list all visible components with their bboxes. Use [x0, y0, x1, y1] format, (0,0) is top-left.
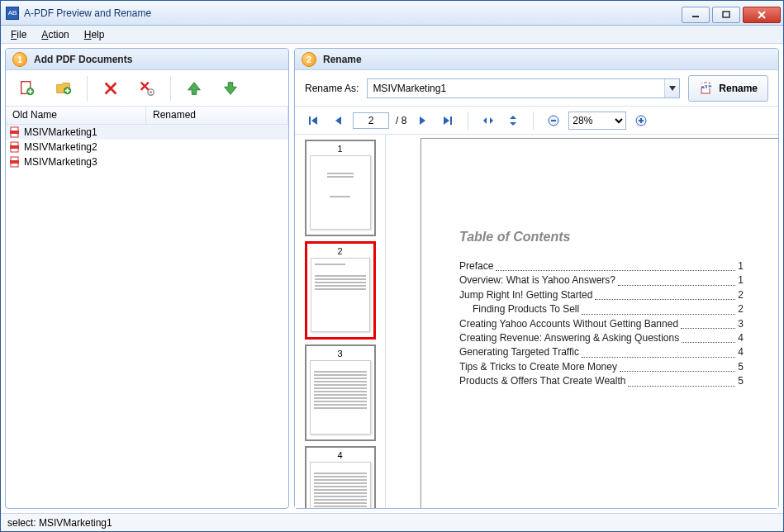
toc-line: Creating Yahoo Accounts Without Getting … — [459, 317, 744, 331]
pdf-icon — [9, 126, 21, 138]
last-page-button[interactable] — [438, 111, 458, 131]
page-total: / 8 — [394, 115, 408, 126]
rename-icon: AB — [699, 81, 714, 96]
remove-button[interactable] — [96, 74, 126, 102]
step-badge-1: 1 — [12, 52, 27, 67]
thumbnail[interactable]: 3 — [305, 344, 376, 441]
fit-width-button[interactable] — [478, 111, 498, 131]
thumbnail[interactable]: 2 — [305, 241, 376, 340]
window-controls — [682, 3, 783, 23]
menu-file[interactable]: File — [4, 27, 33, 42]
nav-bar: / 8 28% — [295, 107, 778, 135]
menubar: File Action Help — [1, 26, 783, 44]
col-old-name[interactable]: Old Name — [6, 107, 146, 124]
zoom-select-wrapper: 28% — [568, 112, 626, 130]
page-view[interactable]: Table of Contents Preface1Overview: What… — [386, 135, 778, 508]
toc-line: Creating Revenue: Answering & Asking Que… — [459, 331, 744, 345]
toc-line: Products & Offers That Create Wealth5 — [459, 374, 744, 388]
col-renamed[interactable]: Renamed — [146, 107, 288, 124]
move-up-button[interactable] — [179, 74, 209, 102]
toc-title: Table of Contents — [459, 230, 744, 245]
titlebar: AB A-PDF Preview and Rename — [1, 1, 783, 26]
preview-area: 12345 Table of Contents Preface1Overview… — [295, 135, 778, 508]
toc-line: Preface1 — [459, 259, 744, 273]
pdf-icon — [9, 141, 21, 153]
right-panel-header: 2 Rename — [295, 49, 778, 70]
svg-rect-1 — [723, 12, 729, 17]
statusbar: select: MSIVMarketing1 — [1, 513, 783, 531]
thumb-page — [310, 360, 371, 435]
body: 1 Add PDF Documents Old Name Renamed MSI… — [1, 44, 783, 513]
prev-page-button[interactable] — [328, 111, 348, 131]
close-button[interactable] — [743, 7, 781, 23]
right-panel-title: Rename — [323, 54, 362, 65]
next-page-button[interactable] — [413, 111, 433, 131]
rename-bar: Rename As: AB Rename — [295, 70, 778, 107]
svg-rect-20 — [10, 145, 19, 149]
toc-line: Overview: What is Yahoo Answers?1 — [459, 273, 744, 287]
zoom-out-button[interactable] — [544, 111, 563, 131]
thumb-number: 3 — [306, 346, 374, 360]
maximize-button[interactable] — [712, 7, 740, 23]
left-panel: 1 Add PDF Documents Old Name Renamed MSI… — [5, 48, 289, 509]
toc-line: Finding Products To Sell2 — [459, 302, 744, 316]
menu-help[interactable]: Help — [78, 27, 112, 42]
thumb-number: 2 — [307, 244, 373, 258]
zoom-select[interactable]: 28% — [568, 112, 626, 130]
toc-line: Jump Right In! Getting Started2 — [459, 288, 744, 302]
add-folder-button[interactable] — [49, 74, 78, 102]
menu-action[interactable]: Action — [35, 27, 75, 42]
left-toolbar — [6, 70, 288, 107]
file-row[interactable]: MSIVMarketing1 — [6, 125, 288, 140]
rename-as-label: Rename As: — [305, 83, 359, 94]
page-preview: Table of Contents Preface1Overview: What… — [421, 138, 778, 508]
rename-button[interactable]: AB Rename — [688, 75, 768, 102]
status-text: select: MSIVMarketing1 — [7, 517, 112, 529]
nav-separator — [533, 112, 534, 130]
thumb-number: 4 — [306, 448, 374, 462]
file-name: MSIVMarketing3 — [24, 156, 97, 168]
thumbnail[interactable]: 4 — [305, 446, 376, 508]
file-row[interactable]: MSIVMarketing3 — [6, 154, 288, 169]
remove-settings-button[interactable] — [132, 74, 162, 102]
thumb-page — [310, 462, 371, 508]
toc-line: Tips & Tricks to Create More Money5 — [459, 360, 744, 374]
page-input[interactable] — [353, 112, 389, 129]
left-panel-title: Add PDF Documents — [34, 54, 132, 65]
minimize-button[interactable] — [682, 7, 710, 23]
thumb-page — [311, 258, 370, 332]
toolbar-separator — [170, 76, 171, 101]
rename-input[interactable] — [368, 79, 664, 97]
thumb-page — [310, 155, 371, 230]
rename-dropdown-button[interactable] — [664, 79, 679, 97]
left-panel-header: 1 Add PDF Documents — [6, 49, 288, 70]
file-list: Old Name Renamed MSIVMarketing1MSIVMarke… — [6, 107, 288, 508]
toolbar-separator — [87, 76, 88, 101]
nav-separator — [468, 112, 468, 130]
file-name: MSIVMarketing1 — [24, 126, 97, 138]
pdf-icon — [9, 156, 21, 168]
app-icon: AB — [6, 7, 19, 20]
file-list-rows: MSIVMarketing1MSIVMarketing2MSIVMarketin… — [6, 125, 288, 508]
file-row[interactable]: MSIVMarketing2 — [6, 140, 288, 154]
main-window: AB A-PDF Preview and Rename File Action … — [0, 0, 784, 532]
thumb-number: 1 — [306, 141, 374, 155]
first-page-button[interactable] — [303, 111, 323, 131]
right-panel: 2 Rename Rename As: AB Rename / 8 — [294, 48, 779, 509]
step-badge-2: 2 — [302, 52, 316, 67]
rename-combo — [367, 78, 680, 98]
svg-text:AB: AB — [700, 81, 715, 91]
toc-lines: Preface1Overview: What is Yahoo Answers?… — [459, 259, 744, 389]
move-down-button[interactable] — [216, 74, 245, 102]
add-file-button[interactable] — [12, 74, 42, 102]
svg-point-16 — [150, 91, 152, 93]
svg-rect-18 — [10, 131, 19, 134]
zoom-in-button[interactable] — [631, 111, 651, 131]
rename-button-label: Rename — [719, 83, 758, 94]
thumbnails-panel[interactable]: 12345 — [295, 135, 386, 508]
thumbnail[interactable]: 1 — [305, 140, 376, 236]
toc-line: Generating Targeted Traffic4 — [459, 345, 744, 359]
fit-height-button[interactable] — [503, 111, 523, 131]
svg-rect-22 — [10, 160, 19, 164]
file-list-header: Old Name Renamed — [6, 107, 288, 125]
